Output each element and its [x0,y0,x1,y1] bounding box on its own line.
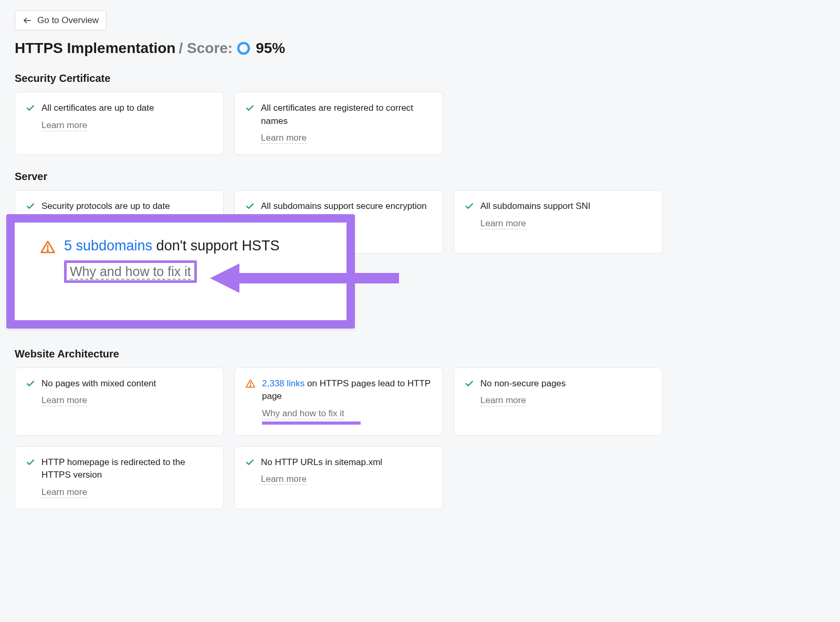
learn-more-link[interactable]: Learn more [261,133,307,144]
check-icon [26,202,35,211]
callout-link-count[interactable]: 5 subdomains [64,238,152,254]
card-text: 2,338 links on HTTPS pages lead to HTTP … [262,377,432,403]
card-sitemap: No HTTP URLs in sitemap.xml Learn more [234,446,443,509]
go-to-overview-label: Go to Overview [37,15,99,26]
warning-icon [245,378,256,389]
check-icon [245,458,255,467]
check-icon [26,379,35,388]
highlight-underline [262,421,361,425]
learn-more-link[interactable]: Learn more [261,474,307,485]
page-title: HTTPS Implementation / Score: 95% [15,40,663,57]
callout-title: 5 subdomains don't support HSTS [64,237,279,255]
why-how-fix-link[interactable]: Why and how to fix it [262,408,344,419]
callout-text-after: don't support HSTS [152,238,279,254]
callout-hsts: 5 subdomains don't support HSTS Why and … [6,214,355,329]
learn-more-link[interactable]: Learn more [41,487,87,498]
warning-icon [40,239,56,255]
score-label: Score: [187,40,233,56]
check-icon [26,458,35,467]
card-http-links: 2,338 links on HTTPS pages lead to HTTP … [234,367,443,436]
card-text: HTTP homepage is redirected to the HTTPS… [41,456,213,482]
card-text: All certificates are up to date [41,102,213,115]
svg-point-4 [250,385,250,386]
check-icon [465,202,474,211]
card-text: Security protocols are up to date [41,200,213,213]
check-icon [465,379,474,388]
go-to-overview-button[interactable]: Go to Overview [15,10,107,30]
title-main: HTTPS Implementation [15,40,175,57]
card-text: All subdomains support SNI [480,200,652,213]
svg-point-6 [47,250,48,251]
learn-more-link[interactable]: Learn more [41,120,87,131]
check-icon [245,103,255,113]
score-ring-icon [237,41,250,55]
learn-more-link[interactable]: Learn more [480,395,526,406]
section-title-security-certificate: Security Certificate [15,72,663,85]
section-title-server: Server [15,171,663,183]
card-http-redirect: HTTP homepage is redirected to the HTTPS… [15,446,224,509]
check-icon [245,202,255,211]
title-sep: / [178,40,187,56]
arrow-left-icon [23,16,32,25]
card-cert-correct-names: All certificates are registered to corre… [234,92,443,155]
learn-more-link[interactable]: Learn more [41,395,87,406]
link-count[interactable]: 2,338 links [262,378,304,388]
section-title-website-architecture: Website Architecture [15,348,663,360]
callout-fix-link[interactable]: Why and how to fix it [70,264,191,280]
card-text: No HTTP URLs in sitemap.xml [261,456,432,469]
callout-fix-highlight: Why and how to fix it [64,260,197,283]
card-text: All certificates are registered to corre… [261,102,432,128]
score-value: 95% [256,40,285,57]
card-sni: All subdomains support SNI Learn more [454,190,663,253]
card-no-non-secure: No non-secure pages Learn more [454,367,663,436]
check-icon [26,103,35,113]
learn-more-link[interactable]: Learn more [480,218,526,229]
svg-point-2 [238,43,249,54]
card-text: No pages with mixed content [41,377,213,391]
card-cert-up-to-date: All certificates are up to date Learn mo… [15,92,224,155]
card-text: No non-secure pages [480,377,652,391]
card-no-mixed-content: No pages with mixed content Learn more [15,367,224,436]
